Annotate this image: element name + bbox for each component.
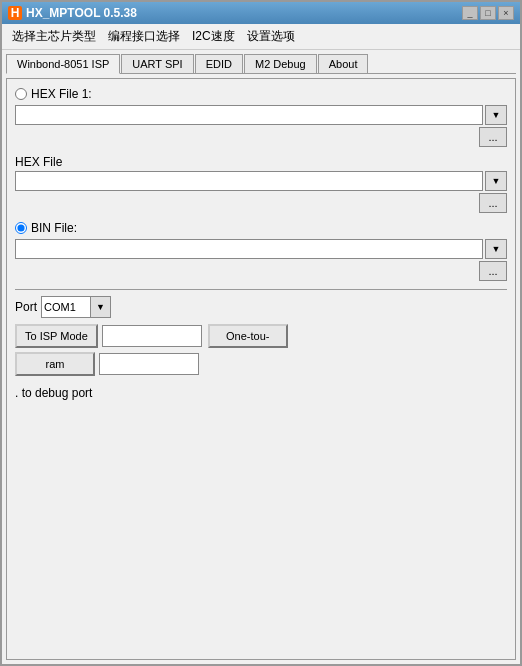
title-controls: _ □ × (462, 6, 514, 20)
menu-i2c-speed[interactable]: I2C速度 (186, 26, 241, 47)
maximize-button[interactable]: □ (480, 6, 496, 20)
tabs-container: Winbond-8051 ISP UART SPI EDID M2 Debug … (6, 54, 516, 74)
bin-file-radio[interactable] (15, 222, 27, 234)
ram-status-display (99, 353, 199, 375)
menu-bar: 选择主芯片类型 编程接口选择 I2C速度 设置选项 (2, 24, 520, 50)
tab-uart-spi[interactable]: UART SPI (121, 54, 193, 73)
debug-port-label: . to debug port (15, 386, 92, 400)
buttons-row: To ISP Mode ram One-tou- (15, 324, 507, 376)
bin-file-section: BIN File: ▼ ... (15, 221, 507, 281)
title-bar-left: H HX_MPTOOL 0.5.38 (8, 6, 137, 20)
app-icon: H (8, 6, 22, 20)
bin-file-input[interactable] (15, 239, 483, 259)
tab-m2-debug[interactable]: M2 Debug (244, 54, 317, 73)
ram-row: ram (15, 352, 202, 376)
separator-1 (15, 289, 507, 290)
to-isp-mode-button[interactable]: To ISP Mode (15, 324, 98, 348)
one-touch-area: One-tou- (208, 324, 288, 348)
hex-file1-dropdown-btn[interactable]: ▼ (485, 105, 507, 125)
close-button[interactable]: × (498, 6, 514, 20)
hex-file-label: HEX File (15, 155, 62, 169)
hex-file1-radio[interactable] (15, 88, 27, 100)
tab-content-area: HEX File 1: ▼ ... HEX File ▼ (6, 78, 516, 660)
one-touch-button[interactable]: One-tou- (208, 324, 288, 348)
hex-file-browse-btn[interactable]: ... (479, 193, 507, 213)
isp-mode-row: To ISP Mode (15, 324, 202, 348)
minimize-button[interactable]: _ (462, 6, 478, 20)
hex-file1-section: HEX File 1: ▼ ... (15, 87, 507, 147)
bin-file-browse-row: ... (15, 261, 507, 281)
window-title: HX_MPTOOL 0.5.38 (26, 6, 137, 20)
hex-file-label-row: HEX File (15, 155, 507, 169)
hex-file-dropdown-btn[interactable]: ▼ (485, 171, 507, 191)
menu-port-select[interactable]: 编程接口选择 (102, 26, 186, 47)
hex-file1-label: HEX File 1: (31, 87, 92, 101)
bin-file-radio-row: BIN File: (15, 221, 507, 235)
isp-area: To ISP Mode ram (15, 324, 202, 376)
hex-file-input-row: ▼ (15, 171, 507, 191)
tab-winbond-8051-isp[interactable]: Winbond-8051 ISP (6, 54, 120, 74)
content-area: Winbond-8051 ISP UART SPI EDID M2 Debug … (2, 50, 520, 664)
port-input[interactable] (41, 296, 91, 318)
menu-chip-type[interactable]: 选择主芯片类型 (6, 26, 102, 47)
tab-edid[interactable]: EDID (195, 54, 243, 73)
port-row: Port ▼ (15, 296, 507, 318)
isp-status-display (102, 325, 202, 347)
port-label: Port (15, 300, 37, 314)
hex-file1-input-row: ▼ (15, 105, 507, 125)
hex-file-input[interactable] (15, 171, 483, 191)
hex-file-browse-row: ... (15, 193, 507, 213)
bin-file-label: BIN File: (31, 221, 77, 235)
bin-file-browse-btn[interactable]: ... (479, 261, 507, 281)
tab-about[interactable]: About (318, 54, 369, 73)
hex-file-section: HEX File ▼ ... (15, 155, 507, 213)
hex-file1-browse-btn[interactable]: ... (479, 127, 507, 147)
menu-settings[interactable]: 设置选项 (241, 26, 301, 47)
port-dropdown-btn[interactable]: ▼ (91, 296, 111, 318)
debug-port-row: . to debug port (15, 386, 507, 400)
bin-file-input-row: ▼ (15, 239, 507, 259)
hex-file1-browse-row: ... (15, 127, 507, 147)
hex-file1-input[interactable] (15, 105, 483, 125)
title-bar: H HX_MPTOOL 0.5.38 _ □ × (2, 2, 520, 24)
ram-button[interactable]: ram (15, 352, 95, 376)
hex-file1-radio-row: HEX File 1: (15, 87, 507, 101)
port-select-container: ▼ (41, 296, 111, 318)
bin-file-dropdown-btn[interactable]: ▼ (485, 239, 507, 259)
main-window: H HX_MPTOOL 0.5.38 _ □ × 选择主芯片类型 编程接口选择 … (0, 0, 522, 666)
